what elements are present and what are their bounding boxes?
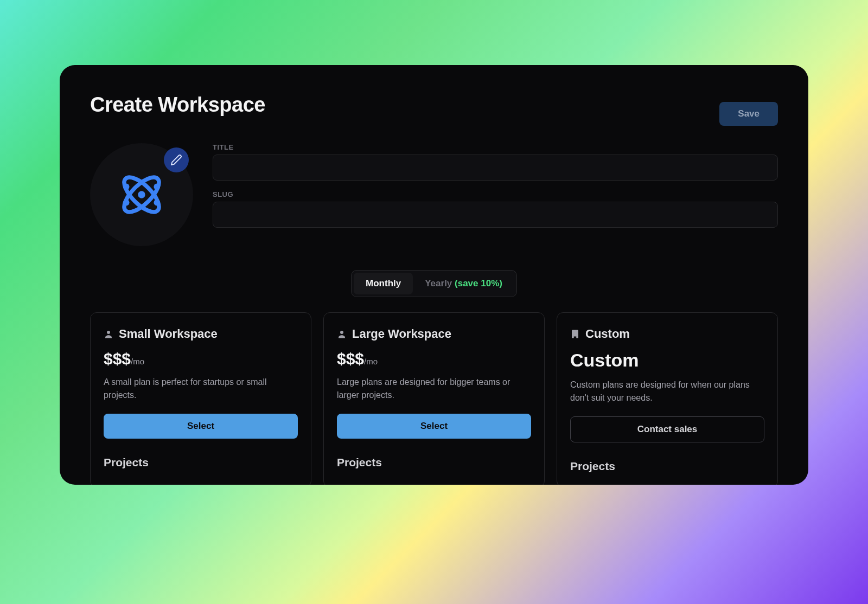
plan-price-unit: /mo	[131, 357, 144, 366]
plan-price: $$$/mo	[337, 350, 531, 368]
plan-price-unit: /mo	[364, 357, 378, 366]
edit-avatar-button[interactable]	[164, 147, 189, 172]
save-button[interactable]: Save	[719, 102, 778, 126]
plan-head: Custom	[570, 327, 764, 341]
plan-name: Small Workspace	[119, 327, 218, 341]
title-field-group: TITLE	[213, 143, 778, 181]
slug-label: SLUG	[213, 190, 778, 198]
svg-point-5	[123, 200, 130, 206]
plan-name: Custom	[585, 327, 630, 341]
atom-icon	[114, 168, 169, 222]
pencil-icon	[170, 154, 182, 166]
billing-yearly-tab[interactable]: Yearly (save 10%)	[413, 273, 514, 294]
plan-card-small: Small Workspace $$$/mo A small plan is p…	[90, 312, 311, 485]
plan-section-title: Projects	[570, 460, 764, 473]
plan-description: A small plan is perfect for startups or …	[104, 376, 298, 402]
plan-section-title: Projects	[337, 456, 531, 469]
plan-name: Large Workspace	[352, 327, 451, 341]
building-icon	[570, 329, 580, 339]
select-large-button[interactable]: Select	[337, 414, 531, 439]
form-fields: TITLE SLUG	[213, 143, 778, 246]
workspace-create-window: Create Workspace Save	[60, 65, 808, 485]
svg-point-3	[123, 184, 130, 190]
svg-point-6	[154, 200, 161, 206]
plan-head: Large Workspace	[337, 327, 531, 341]
slug-input[interactable]	[213, 202, 778, 228]
avatar-container	[90, 143, 193, 246]
form-row: TITLE SLUG	[90, 143, 778, 246]
person-icon	[104, 329, 113, 339]
billing-toggle: Monthly Yearly (save 10%)	[351, 270, 517, 297]
billing-yearly-save: (save 10%)	[455, 278, 502, 288]
plan-price-amount: $$$	[104, 350, 131, 368]
header: Create Workspace Save	[90, 93, 778, 126]
svg-point-2	[138, 191, 145, 198]
plan-description: Large plans are designed for bigger team…	[337, 376, 531, 402]
title-label: TITLE	[213, 143, 778, 151]
billing-monthly-tab[interactable]: Monthly	[354, 273, 413, 294]
plan-card-large: Large Workspace $$$/mo Large plans are d…	[323, 312, 545, 485]
title-input[interactable]	[213, 155, 778, 181]
plans-grid: Small Workspace $$$/mo A small plan is p…	[90, 312, 778, 485]
person-icon	[337, 329, 347, 339]
page-title: Create Workspace	[90, 93, 265, 117]
svg-point-8	[340, 331, 343, 334]
plan-card-custom: Custom Custom Custom plans are designed …	[557, 312, 778, 485]
svg-point-7	[107, 331, 110, 334]
plan-custom-price: Custom	[570, 350, 764, 371]
plan-price: $$$/mo	[104, 350, 298, 368]
plan-section-title: Projects	[104, 456, 298, 469]
select-small-button[interactable]: Select	[104, 414, 298, 439]
svg-point-4	[154, 184, 161, 190]
slug-field-group: SLUG	[213, 190, 778, 228]
contact-sales-button[interactable]: Contact sales	[570, 416, 764, 442]
plan-head: Small Workspace	[104, 327, 298, 341]
plan-description: Custom plans are designed for when our p…	[570, 378, 764, 404]
plan-price-amount: $$$	[337, 350, 364, 368]
billing-yearly-label: Yearly	[425, 278, 452, 288]
